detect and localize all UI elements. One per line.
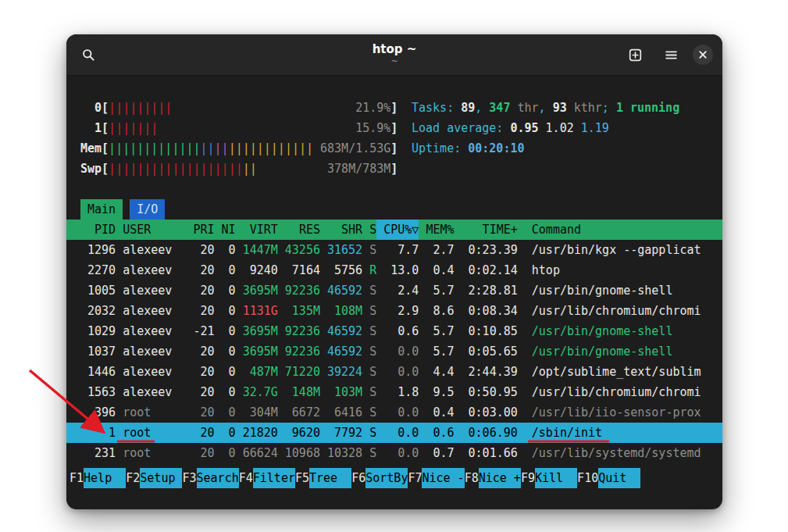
column-header-pid[interactable]: PID (80, 220, 116, 240)
search-button[interactable] (74, 41, 102, 69)
fkey-quit[interactable]: F10Quit (577, 468, 640, 488)
uptime: Uptime: 00:20:10 (412, 138, 679, 159)
function-key-bar: F1HelpF2SetupF3SearchF4FilterF5TreeF6Sor… (66, 468, 722, 488)
close-button[interactable] (693, 45, 713, 65)
load-average: Load average: 0.95 1.02 1.19 (412, 118, 679, 138)
column-header-virt[interactable]: VIRT (236, 220, 278, 240)
process-row[interactable]: 1563alexeev20032.7G148M103MS1.89.50:50.9… (66, 382, 722, 402)
column-header-shr[interactable]: SHR (320, 220, 362, 240)
fkey-search[interactable]: F3Search (182, 468, 238, 488)
fkey-nice-[interactable]: F8Nice + (465, 468, 521, 488)
column-header-user[interactable]: USER (116, 220, 186, 240)
tab-main[interactable]: Main (80, 199, 123, 220)
column-header-command[interactable]: Command (518, 220, 708, 240)
process-row[interactable]: 1296alexeev2001447M4325631652S7.72.70:23… (66, 240, 722, 260)
cpu0-label: 0 (80, 98, 102, 118)
tab-io[interactable]: I/O (130, 199, 165, 220)
titlebar-controls (621, 41, 713, 69)
new-tab-icon (629, 48, 642, 62)
mem-meter: Mem[|||||||||||||||||||||||||||||683M/1.… (80, 138, 401, 159)
column-header-state[interactable]: S (362, 220, 376, 240)
menu-icon (665, 48, 678, 62)
process-row[interactable]: 2032alexeev2001131G135M108MS2.98.60:08.3… (66, 301, 722, 321)
process-row[interactable]: 1037alexeev2003695M9223646592S0.05.70:05… (66, 341, 722, 362)
titlebar: htop ~ ~ (66, 34, 722, 76)
new-tab-button[interactable] (621, 41, 649, 69)
table-header: PID USER PRI NI VIRT RES SHR S CPU%▽ MEM… (66, 220, 722, 240)
window-subtitle: ~ (373, 57, 417, 67)
cpu1-value: 15.9% (355, 118, 390, 138)
process-row[interactable]: 1029alexeev-2103695M9223646592S0.65.70:1… (66, 321, 722, 341)
column-header-ni[interactable]: NI (215, 220, 236, 240)
column-header-res[interactable]: RES (278, 220, 320, 240)
fkey-setup[interactable]: F2Setup (126, 468, 182, 488)
menu-button[interactable] (657, 41, 685, 69)
cpu1-label: 1 (80, 118, 102, 138)
fkey-kill[interactable]: F9Kill (521, 468, 577, 488)
process-row[interactable]: 1446alexeev200487M7122039224S0.04.42:44.… (66, 362, 722, 382)
fkey-tree[interactable]: F5Tree (295, 468, 351, 488)
process-row[interactable]: 396root200304M66726416S0.00.40:03.00/usr… (66, 402, 722, 423)
process-row[interactable]: 1005alexeev2003695M9223646592S2.45.72:28… (66, 280, 722, 301)
terminal-content: 0[|||||||||21.9%]1[|||||||15.9%]Mem[||||… (66, 76, 722, 509)
column-header-pri[interactable]: PRI (186, 220, 214, 240)
cpu1-meter: 1[|||||||15.9%] (80, 118, 401, 138)
fkey-nice-[interactable]: F7Nice - (408, 468, 464, 488)
cpu1-bars: ||||||| (109, 118, 158, 138)
mem-bars: ||||||||||||||||||||||||||||| (109, 138, 313, 159)
process-row-selected[interactable]: 1root2002182096207792S0.00.60:06.90/sbin… (66, 423, 722, 443)
fkey-filter[interactable]: F4Filter (239, 468, 295, 488)
column-header-mem[interactable]: MEM% (419, 220, 454, 240)
fkey-sortby[interactable]: F6SortBy (351, 468, 408, 488)
screenshot-page: htop ~ ~ (0, 0, 788, 532)
swp-bars: ||||||||||||||||||||| (109, 159, 257, 179)
column-header-time[interactable]: TIME+ (455, 220, 518, 240)
system-meters: 0[|||||||||21.9%]1[|||||||15.9%]Mem[||||… (66, 98, 722, 179)
console-window: htop ~ ~ (66, 34, 722, 509)
column-header-cpu-sort[interactable]: CPU%▽ (376, 220, 419, 240)
window-title-text: htop ~ (373, 43, 417, 56)
cpu0-bars: ||||||||| (109, 98, 172, 118)
window-title: htop ~ ~ (373, 43, 417, 67)
search-icon (82, 48, 95, 62)
screen-tabs: MainI/O (66, 199, 722, 220)
cpu0-meter: 0[|||||||||21.9%] (80, 98, 401, 118)
swp-label: Swp (80, 159, 102, 179)
system-info: Tasks: 89, 347 thr, 93 kthr; 1 runningLo… (412, 98, 679, 179)
process-row[interactable]: 2270alexeev200924071645756R13.00.40:02.1… (66, 260, 722, 280)
close-icon (698, 50, 708, 59)
mem-value: 683M/1.53G (320, 138, 390, 159)
meters-left: 0[|||||||||21.9%]1[|||||||15.9%]Mem[||||… (80, 98, 401, 179)
tasks-summary: Tasks: 89, 347 thr, 93 kthr; 1 running (412, 98, 679, 118)
process-list: 1296alexeev2001447M4325631652S7.72.70:23… (66, 240, 722, 463)
process-row[interactable]: 231root200666241096810328S0.00.70:01.66/… (66, 443, 722, 463)
mem-label: Mem (80, 138, 102, 159)
cpu0-value: 21.9% (355, 98, 390, 118)
fkey-help[interactable]: F1Help (70, 468, 126, 488)
swp-meter: Swp[|||||||||||||||||||||378M/783M] (80, 159, 401, 179)
swp-value: 378M/783M (327, 159, 390, 179)
